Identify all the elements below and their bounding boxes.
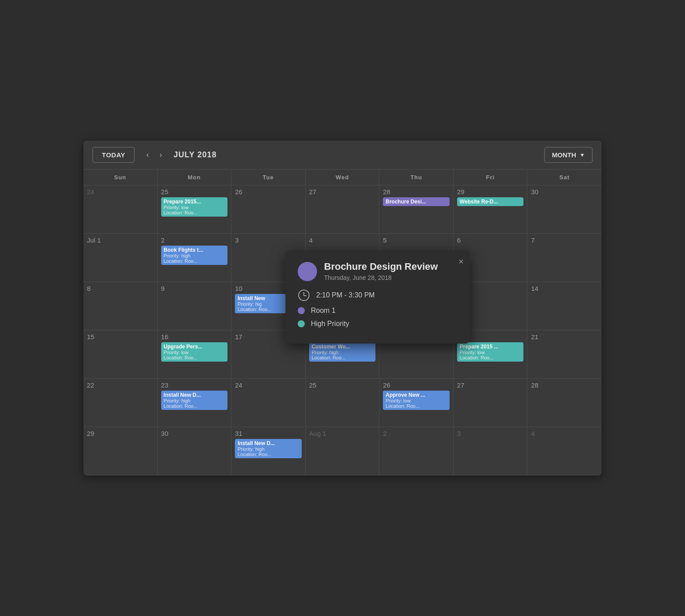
- cell-aug2[interactable]: 2: [379, 427, 454, 475]
- cell-jul26[interactable]: 26 Approve New ... Priority: low Locatio…: [379, 379, 454, 427]
- today-button[interactable]: TODAY: [92, 147, 135, 163]
- event-popup: × Brochure Design Review Thursday, June …: [285, 250, 470, 344]
- event-website-jun29[interactable]: Website Re-D...: [457, 197, 524, 206]
- cell-jun29[interactable]: 29 Website Re-D...: [454, 185, 528, 234]
- cell-jul29[interactable]: 29: [83, 427, 158, 475]
- cell-jun28[interactable]: 28 Brochure Desi...: [379, 185, 454, 234]
- event-customerwo-jul18[interactable]: Customer Wo... Priority: high Location: …: [309, 342, 376, 362]
- popup-priority: High Priority: [311, 320, 349, 328]
- cell-jun25[interactable]: 25 Prepare 2015... Priority: low Locatio…: [158, 185, 232, 234]
- day-fri: Fri: [454, 170, 528, 185]
- view-selector-button[interactable]: MONTH ▼: [544, 147, 593, 163]
- cell-aug3[interactable]: 3: [454, 427, 528, 475]
- cell-jul28[interactable]: 28: [527, 379, 602, 427]
- day-sun: Sun: [83, 170, 158, 185]
- popup-location-row: Room 1: [298, 307, 458, 315]
- cell-jul27[interactable]: 27: [454, 379, 528, 427]
- cell-jul31[interactable]: 31 Install New D... Priority: high Locat…: [231, 427, 306, 475]
- prev-month-button[interactable]: ‹: [142, 149, 153, 161]
- event-approvenew-jul26[interactable]: Approve New ... Priority: low Location: …: [383, 391, 450, 410]
- popup-priority-row: High Priority: [298, 320, 458, 328]
- event-prepare2015-jul20[interactable]: Prepare 2015 ... Priority: low Location:…: [457, 342, 524, 362]
- event-bookflights-jul2[interactable]: Book Flights t... Priority: high Locatio…: [161, 246, 228, 265]
- cell-aug4[interactable]: 4: [527, 427, 602, 475]
- days-of-week-header: Sun Mon Tue Wed Thu Fri Sat: [83, 170, 602, 185]
- cell-jul7[interactable]: 7: [527, 234, 602, 282]
- location-dot-icon: [298, 307, 305, 314]
- cell-jul15[interactable]: 15: [83, 330, 158, 379]
- cell-jun24[interactable]: 24: [83, 185, 158, 234]
- calendar-container: TODAY ‹ › JULY 2018 MONTH ▼ Sun Mon Tue …: [83, 141, 602, 475]
- cell-jul22[interactable]: 22: [83, 379, 158, 427]
- day-wed: Wed: [306, 170, 380, 185]
- day-mon: Mon: [158, 170, 232, 185]
- chevron-down-icon: ▼: [580, 152, 585, 158]
- popup-location: Room 1: [311, 307, 335, 315]
- cell-jun27[interactable]: 27: [306, 185, 380, 234]
- next-month-button[interactable]: ›: [155, 149, 166, 161]
- day-tue: Tue: [231, 170, 306, 185]
- cell-aug1[interactable]: Aug 1: [306, 427, 380, 475]
- popup-title-area: Brochure Design Review Thursday, June 28…: [324, 261, 438, 281]
- popup-title: Brochure Design Review: [324, 261, 438, 272]
- cell-jul25[interactable]: 25: [306, 379, 380, 427]
- event-installnewd-jul23[interactable]: Install New D... Priority: high Location…: [161, 391, 228, 410]
- cell-jul8[interactable]: 8: [83, 282, 158, 330]
- cell-jun26[interactable]: 26: [231, 185, 306, 234]
- calendar-header: TODAY ‹ › JULY 2018 MONTH ▼: [83, 141, 602, 170]
- day-sat: Sat: [527, 170, 602, 185]
- cell-jul30[interactable]: 30: [158, 427, 232, 475]
- popup-close-button[interactable]: ×: [458, 257, 464, 267]
- cell-jul23[interactable]: 23 Install New D... Priority: high Locat…: [158, 379, 232, 427]
- cell-jul24[interactable]: 24: [231, 379, 306, 427]
- day-thu: Thu: [379, 170, 454, 185]
- cell-jul9[interactable]: 9: [158, 282, 232, 330]
- popup-header: Brochure Design Review Thursday, June 28…: [298, 261, 458, 281]
- cell-jul16[interactable]: 16 Upgrade Pers... Priority: low Locatio…: [158, 330, 232, 379]
- priority-dot-icon: [298, 320, 305, 327]
- cell-jul2[interactable]: 2 Book Flights t... Priority: high Locat…: [158, 234, 232, 282]
- popup-date: Thursday, June 28, 2018: [324, 274, 438, 281]
- event-brochure-jun28[interactable]: Brochure Desi...: [383, 197, 450, 206]
- cell-jul14[interactable]: 14: [527, 282, 602, 330]
- popup-time: 2:10 PM - 3:30 PM: [316, 291, 375, 299]
- clock-icon: [298, 289, 310, 301]
- cell-jul1[interactable]: Jul 1: [83, 234, 158, 282]
- cell-jul21[interactable]: 21: [527, 330, 602, 379]
- view-label: MONTH: [552, 151, 576, 159]
- event-prepare2015-jun25[interactable]: Prepare 2015... Priority: low Location: …: [161, 197, 228, 217]
- popup-color-dot: [298, 262, 317, 281]
- nav-arrows: ‹ ›: [142, 149, 166, 161]
- popup-time-row: 2:10 PM - 3:30 PM: [298, 289, 458, 301]
- month-title: JULY 2018: [173, 150, 216, 159]
- event-upgradepers-jul16[interactable]: Upgrade Pers... Priority: low Location: …: [161, 342, 228, 362]
- event-installnewd-jul31[interactable]: Install New D... Priority: high Location…: [235, 439, 302, 458]
- cell-jun30[interactable]: 30: [527, 185, 602, 234]
